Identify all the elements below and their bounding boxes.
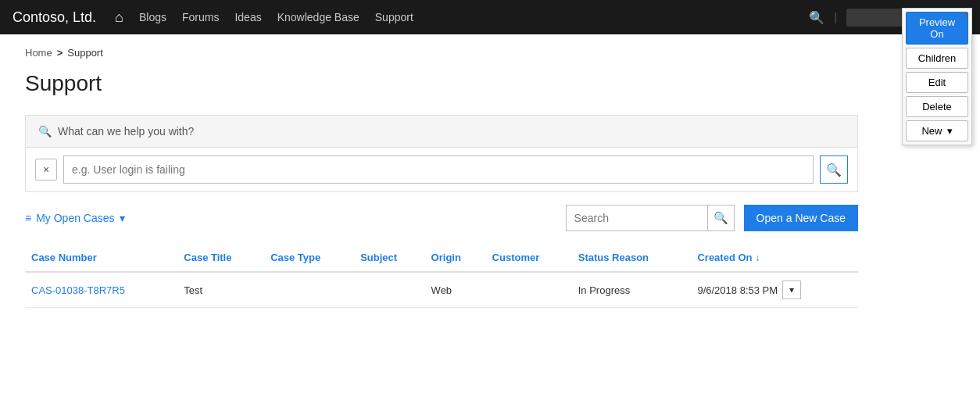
cases-table: Case Number Case Title Case Type Subject… [25,244,858,308]
cell-subject [354,272,424,308]
brand: Contoso, Ltd. [13,9,96,26]
page-title: Support [25,71,858,96]
search-hero-search-button[interactable]: 🔍 [820,155,848,184]
cases-table-header: Case Number Case Title Case Type Subject… [25,244,858,272]
nav-links: Blogs Forums Ideas Knowledge Base Suppor… [139,11,413,23]
cell-case-title: Test [177,272,264,308]
nav-divider: | [834,11,837,23]
breadcrumb-separator: > [57,47,63,59]
cell-created-on: 9/6/2018 8:53 PM ▾ [691,272,858,308]
delete-button[interactable]: Delete [906,96,968,117]
col-created-on-label: Created On [697,252,752,263]
page-content: Home > Support Support 🔍 What can we hel… [0,34,883,320]
breadcrumb-current: Support [67,47,103,59]
table-row: CAS-01038-T8R7R5 Test Web In Progress 9/… [25,272,858,308]
col-subject[interactable]: Subject [354,244,424,272]
floating-panel: × Preview On Children Edit Delete New ▾ [902,8,972,145]
my-open-cases-button[interactable]: ≡ My Open Cases ▾ [25,212,125,224]
search-hero-input[interactable] [63,155,814,184]
search-hero: 🔍 What can we help you with? × 🔍 [25,115,858,192]
cases-table-body: CAS-01038-T8R7R5 Test Web In Progress 9/… [25,272,858,308]
col-created-on[interactable]: Created On ↓ [691,244,858,272]
preview-on-button[interactable]: Preview On [906,12,968,45]
col-origin[interactable]: Origin [425,244,486,272]
col-customer[interactable]: Customer [486,244,572,272]
home-icon[interactable]: ⌂ [115,9,123,26]
cell-case-number: CAS-01038-T8R7R5 [25,272,177,308]
cell-customer [486,272,572,308]
my-open-cases-icon: ≡ [25,212,31,224]
cases-toolbar: ≡ My Open Cases ▾ 🔍 Open a New Case [25,205,858,231]
breadcrumb-home[interactable]: Home [25,47,52,59]
children-button[interactable]: Children [906,48,968,69]
cell-case-type [264,272,354,308]
search-hero-prompt: 🔍 What can we help you with? [26,116,857,148]
nav-blogs[interactable]: Blogs [139,11,166,23]
created-on-dropdown-button[interactable]: ▾ [782,281,801,299]
search-hero-prompt-icon: 🔍 [38,125,52,138]
new-button[interactable]: New ▾ [906,120,968,141]
open-new-case-button[interactable]: Open a New Case [744,205,858,231]
case-search-wrapper: 🔍 [566,205,735,231]
edit-button[interactable]: Edit [906,72,968,93]
search-hero-clear-button[interactable]: × [35,159,57,180]
breadcrumb: Home > Support [25,47,858,59]
cell-status-reason: In Progress [572,272,692,308]
nav-ideas[interactable]: Ideas [234,11,261,23]
my-open-cases-label: My Open Cases [36,212,114,224]
nav-support[interactable]: Support [375,11,413,23]
col-case-number[interactable]: Case Number [25,244,177,272]
col-case-title[interactable]: Case Title [177,244,264,272]
nav-search-icon[interactable]: 🔍 [809,10,824,25]
new-button-label: New [921,125,942,137]
col-status-reason[interactable]: Status Reason [572,244,692,272]
search-hero-input-row: × 🔍 [26,148,857,191]
my-open-cases-arrow: ▾ [120,212,125,224]
case-number-link[interactable]: CAS-01038-T8R7R5 [31,284,125,296]
top-nav: Contoso, Ltd. ⌂ Blogs Forums Ideas Knowl… [0,0,980,34]
panel-close-button[interactable]: × [962,10,968,20]
col-case-type[interactable]: Case Type [264,244,354,272]
case-search-button[interactable]: 🔍 [707,206,734,231]
case-search-input[interactable] [567,206,707,231]
cell-origin: Web [425,272,486,308]
created-on-value: 9/6/2018 8:53 PM [697,284,778,296]
created-on-sort-arrow: ↓ [755,252,760,263]
new-button-arrow: ▾ [947,125,953,137]
nav-knowledge-base[interactable]: Knowledge Base [277,11,359,23]
nav-forums[interactable]: Forums [182,11,219,23]
search-hero-prompt-text: What can we help you with? [58,125,194,138]
